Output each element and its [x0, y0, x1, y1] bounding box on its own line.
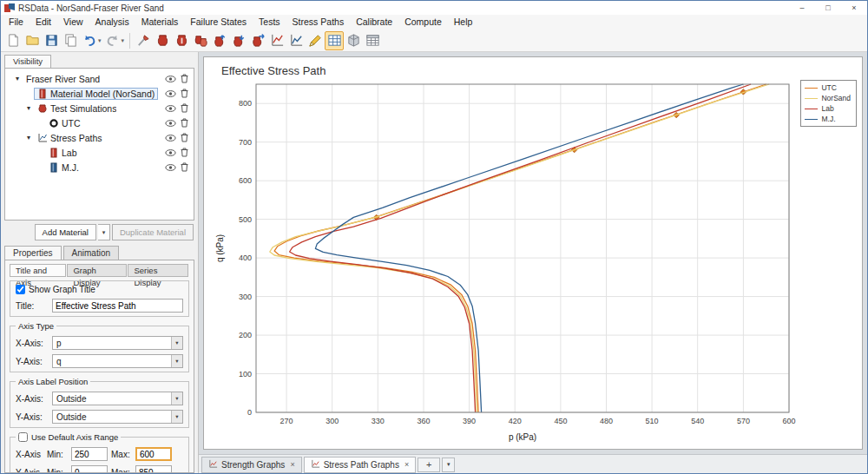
compute-cube-icon[interactable]	[344, 31, 363, 50]
visibility-eye-icon[interactable]	[163, 148, 177, 157]
tree-item-m-j[interactable]: M.J.	[5, 160, 194, 174]
tree-item-body[interactable]: Stress Paths	[34, 132, 106, 144]
close-tab-icon[interactable]: ×	[404, 460, 409, 469]
tree-item-body[interactable]: Test Simulations	[34, 102, 120, 115]
add-material-icon[interactable]	[153, 31, 172, 50]
menu-materials[interactable]: Materials	[135, 15, 185, 30]
menu-edit[interactable]: Edit	[30, 15, 57, 30]
chevron-down-icon[interactable]: ▾	[171, 411, 182, 423]
menu-failure-states[interactable]: Failure States	[184, 15, 253, 30]
new-file-icon[interactable]	[3, 31, 23, 50]
calibrate-pencil-icon[interactable]	[306, 31, 325, 50]
tab-overflow-dropdown-icon[interactable]: ▾	[442, 458, 455, 472]
graph-tab-icon	[208, 459, 218, 471]
menu-help[interactable]: Help	[448, 15, 479, 30]
x-axis-position-select[interactable]: Outside ▾	[52, 392, 183, 405]
y-axis-max-input[interactable]	[135, 465, 172, 473]
redo-dropdown-icon[interactable]: ▾	[122, 37, 125, 44]
tree-item-material-model-norsand[interactable]: Material Model (NorSand)	[5, 86, 194, 101]
delete-trash-icon[interactable]	[177, 103, 191, 113]
undo-dropdown-icon[interactable]: ▾	[98, 37, 102, 44]
x-axis-type-select[interactable]: p ▾	[52, 336, 183, 350]
x-axis-max-input[interactable]	[135, 447, 172, 461]
menu-view[interactable]: View	[57, 15, 89, 30]
subtab-title-and-axis[interactable]: Title and Axis	[10, 264, 66, 277]
chevron-down-icon[interactable]: ▾	[171, 337, 182, 349]
delete-trash-icon[interactable]	[177, 133, 191, 142]
tree-item-utc[interactable]: UTC	[5, 115, 194, 130]
subtab-series-display[interactable]: Series Display	[128, 264, 188, 277]
menu-file[interactable]: File	[3, 15, 30, 30]
copy-icon[interactable]	[61, 31, 80, 50]
close-tab-icon[interactable]: ×	[290, 460, 294, 469]
visibility-eye-icon[interactable]	[163, 75, 177, 83]
use-default-axis-range-row[interactable]: Use Default Axis Range	[18, 432, 118, 442]
test-export-icon[interactable]	[248, 31, 267, 50]
stress-path-graph-icon[interactable]	[286, 31, 306, 50]
y-axis-position-select[interactable]: Outside ▾	[52, 410, 183, 424]
menu-stress-paths[interactable]: Stress Paths	[286, 15, 351, 30]
delete-trash-icon[interactable]	[177, 148, 191, 157]
menu-compute[interactable]: Compute	[398, 15, 448, 30]
show-graph-title-row[interactable]: Show Graph Title	[16, 285, 183, 294]
show-graph-title-checkbox[interactable]	[16, 285, 25, 294]
y-axis-type-select[interactable]: q ▾	[52, 354, 183, 368]
duplicate-material-button[interactable]: Duplicate Material	[112, 224, 194, 240]
material-copy-icon[interactable]	[191, 31, 210, 50]
tree-item-body[interactable]: Fraser River Sand	[23, 73, 103, 85]
tree-item-body[interactable]: Lab	[45, 147, 81, 159]
y-axis-min-input[interactable]	[71, 465, 108, 473]
visibility-eye-icon[interactable]	[163, 89, 177, 98]
add-test-icon[interactable]	[210, 31, 229, 50]
delete-trash-icon[interactable]	[177, 89, 191, 98]
x-axis-min-input[interactable]	[71, 447, 108, 461]
visibility-eye-icon[interactable]	[163, 119, 177, 128]
tree-item-stress-paths[interactable]: ▾Stress Paths	[5, 130, 194, 145]
menu-tests[interactable]: Tests	[253, 15, 286, 30]
visibility-eye-icon[interactable]	[163, 134, 177, 142]
subtab-graph-display[interactable]: Graph Display	[67, 264, 127, 277]
tree-item-body[interactable]: UTC	[45, 117, 84, 129]
add-graph-tab-button[interactable]: +	[418, 458, 440, 472]
delete-trash-icon[interactable]	[177, 162, 191, 172]
tree-item-lab[interactable]: Lab	[5, 145, 194, 160]
add-material-dropdown-icon[interactable]: ▾	[98, 224, 110, 240]
chevron-down-icon[interactable]: ▾	[171, 392, 182, 405]
close-button[interactable]: ×	[841, 1, 867, 15]
results-grid-icon[interactable]	[363, 31, 382, 50]
tab-properties[interactable]: Properties	[4, 246, 62, 260]
add-material-button[interactable]: Add Material	[35, 224, 96, 240]
delete-trash-icon[interactable]	[177, 74, 191, 83]
tree-item-body[interactable]: M.J.	[45, 161, 82, 174]
undo-icon[interactable]	[80, 31, 99, 50]
maximize-button[interactable]: □	[815, 1, 841, 15]
delete-trash-icon[interactable]	[177, 118, 191, 128]
tree-item-body[interactable]: Material Model (NorSand)	[34, 88, 158, 100]
tree-expand-icon[interactable]: ▾	[23, 104, 34, 112]
menu-analysis[interactable]: Analysis	[89, 15, 135, 30]
graph-title-input[interactable]	[52, 299, 183, 313]
tab-visibility[interactable]: Visibility	[4, 55, 51, 68]
use-default-axis-range-checkbox[interactable]	[18, 432, 28, 442]
doc-tab-strength-graphs[interactable]: Strength Graphs×	[201, 457, 302, 473]
strength-graph-icon[interactable]	[267, 31, 286, 50]
test-import-icon[interactable]	[229, 31, 248, 50]
tab-animation[interactable]: Animation	[63, 246, 119, 260]
visibility-eye-icon[interactable]	[163, 104, 177, 113]
knife-icon[interactable]	[134, 31, 153, 50]
redo-icon[interactable]	[103, 31, 122, 50]
chevron-down-icon[interactable]: ▾	[171, 355, 182, 367]
visibility-eye-icon[interactable]	[163, 163, 177, 172]
minimize-button[interactable]: –	[789, 1, 815, 15]
material-edit-icon[interactable]	[172, 31, 191, 50]
save-file-icon[interactable]	[42, 31, 61, 50]
open-file-icon[interactable]	[23, 31, 42, 50]
menu-calibrate[interactable]: Calibrate	[350, 15, 398, 30]
tree-expand-icon[interactable]: ▾	[23, 134, 34, 142]
data-table-icon[interactable]	[325, 31, 344, 50]
tree-item-fraser-river-sand[interactable]: ▾Fraser River Sand	[5, 71, 194, 86]
tree-item-test-simulations[interactable]: ▾Test Simulations	[5, 101, 194, 115]
y-axis-range-label: Y-Axis	[16, 468, 43, 474]
tree-expand-icon[interactable]: ▾	[12, 75, 23, 82]
doc-tab-stress-path-graphs[interactable]: Stress Path Graphs×	[304, 457, 417, 473]
